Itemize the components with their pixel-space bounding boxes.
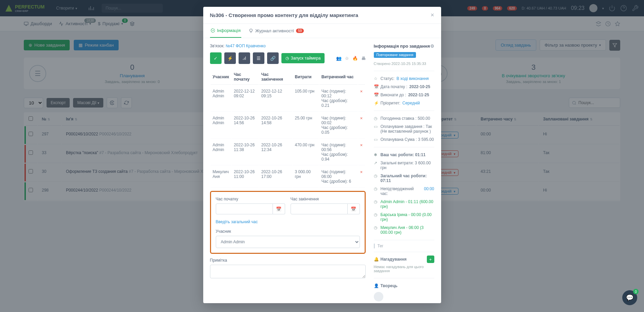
th-spent: Витрачений час: [319, 69, 358, 85]
status-link[interactable]: В ході виконання: [397, 76, 429, 81]
close-icon[interactable]: ×: [431, 12, 434, 19]
th-end: Час закінчення: [259, 69, 292, 85]
total-cost: Загальні витрати: 3 600.00 грн: [381, 161, 434, 170]
time-spent: Час (години): 00:56 Час (дробом): 0.94: [319, 139, 358, 165]
time-spent: Час (години): 06:00 Час (дробом): 6: [319, 166, 358, 187]
calendar-icon: 📅: [374, 84, 379, 89]
tab-info[interactable]: Інформація: [210, 24, 242, 38]
start-time-label: Час початку: [216, 197, 285, 201]
th-participant: Учасник: [211, 69, 231, 85]
calendar-icon[interactable]: 📅: [348, 203, 360, 209]
total-time: Загальний час роботи: 07:11: [381, 174, 434, 183]
delete-entry-icon[interactable]: ×: [360, 169, 363, 175]
worker-line[interactable]: ◷Admin Admin - 01:11 (600.00 грн): [374, 198, 434, 209]
time-entries-table: Учасник Час початку Час закінчення Витра…: [210, 69, 366, 188]
start-timer-button[interactable]: ◷ Запуск таймера: [281, 53, 325, 63]
time-cost: 25.00 грн: [293, 112, 318, 138]
star-icon: ☆: [374, 76, 379, 81]
time-start: 2022-10-2611:38: [232, 139, 259, 165]
gear-icon[interactable]: ⚙: [430, 44, 434, 49]
lightbulb-icon: [249, 29, 253, 33]
modal-title: №306 - Створення промо контенту для відд…: [210, 12, 359, 18]
print-icon[interactable]: 🖶: [361, 56, 366, 61]
complete-button[interactable]: ✓: [210, 52, 222, 64]
task-modal: №306 - Створення промо контенту для відд…: [203, 7, 441, 209]
list-button[interactable]: ☰: [253, 52, 264, 64]
th-cost: Витрати: [293, 69, 318, 85]
tab-activity-log[interactable]: Журнал активності 59: [248, 24, 304, 38]
start-time-input[interactable]: [216, 203, 273, 209]
clock-icon: ◷: [374, 186, 379, 191]
trend-icon: ↗: [374, 161, 379, 165]
paid-amount: Оплачувана Сума : 3 595.00: [381, 137, 434, 142]
bolt-button[interactable]: ⚡: [224, 52, 236, 64]
time-spent: Час (години): 00:12 Час (дробом): 0.21: [319, 85, 358, 112]
time-user: AdminAdmin: [211, 139, 231, 165]
calendar-icon: 📅: [374, 93, 379, 97]
time-row: AdminAdmin 2022-12-1209:02 2022-12-1209:…: [211, 85, 365, 112]
time-row: AdminAdmin 2022-10-2611:38 2022-10-2612:…: [211, 139, 365, 165]
relation-link[interactable]: №47 ФОП Кравченко: [226, 44, 266, 48]
users-icon[interactable]: 👥: [336, 56, 342, 61]
time-start: 2022-10-2614:56: [232, 112, 259, 138]
time-cost: 105.00 грн: [293, 85, 318, 112]
clock-icon: ◷: [374, 116, 379, 121]
card-icon: ▭: [374, 137, 379, 142]
calendar-icon[interactable]: 📅: [273, 203, 285, 209]
time-row: AdminAdmin 2022-10-2614:56 2022-10-2614:…: [211, 112, 365, 138]
time-user: AdminAdmin: [211, 112, 231, 138]
time-entry-form: Час початку 📅 Час закінчення 📅: [210, 191, 366, 209]
your-time: Ваш час роботи: 01:11: [381, 152, 426, 157]
unconfirmed-link[interactable]: 00:00: [424, 186, 434, 191]
fire-icon[interactable]: 🔥: [352, 56, 358, 61]
time-row: МикуличАня 2022-10-2611:00 2022-10-2617:…: [211, 166, 365, 187]
time-spent: Час (години): 00:02 Час (дробом): 0.05: [319, 112, 358, 138]
delete-entry-icon[interactable]: ×: [360, 116, 363, 121]
time-end: 2022-10-2614:58: [259, 112, 292, 138]
start-date: 2022-10-25: [410, 84, 430, 89]
time-cost: 470.00 грн: [293, 139, 318, 165]
bolt-icon: ⚡: [374, 101, 379, 105]
clock-icon: ◷: [285, 56, 289, 61]
time-end: 2022-10-2617:00: [259, 166, 292, 187]
th-start: Час початку: [232, 69, 259, 85]
recurring-badge: Повторюване завдання: [374, 52, 416, 58]
time-user: AdminAdmin: [211, 85, 231, 112]
clock-icon: ◷: [374, 199, 379, 204]
time-start: 2022-10-2611:00: [232, 166, 259, 187]
link-button[interactable]: 🔗: [267, 52, 279, 64]
time-end: 2022-12-1209:15: [259, 85, 292, 112]
created-date: Створено 2022-10-25 15:35:33: [374, 60, 434, 67]
relation-label: Зв'язок:: [210, 44, 225, 48]
end-time-label: Час закінчення: [291, 197, 360, 201]
asterisk-icon: ✱: [374, 152, 379, 157]
time-cost: 3 000.00 грн: [293, 166, 318, 187]
billable: Оплачуване завдання : Так (Не виставлени…: [381, 124, 434, 134]
chart-button[interactable]: [239, 52, 250, 64]
bar-chart-icon: [242, 56, 247, 61]
time-start: 2022-12-1209:02: [232, 85, 259, 112]
clock-icon: ◷: [374, 174, 379, 178]
hourly-rate: Погодинна ставка : 500.00: [381, 116, 430, 121]
check-circle-icon: [211, 28, 215, 33]
log-count-badge: 59: [296, 29, 304, 33]
card-icon: ▭: [374, 124, 379, 129]
priority-link[interactable]: Середній: [402, 101, 420, 105]
due-date: 2022-11-25: [408, 93, 429, 97]
delete-entry-icon[interactable]: ×: [360, 143, 363, 148]
info-panel-title: Інформація про завдання: [374, 44, 430, 49]
star-icon[interactable]: ☆: [345, 56, 349, 61]
time-end: 2022-10-2612:34: [259, 139, 292, 165]
delete-entry-icon[interactable]: ×: [360, 89, 363, 94]
end-time-input[interactable]: [291, 203, 348, 209]
time-user: МикуличАня: [211, 166, 231, 187]
